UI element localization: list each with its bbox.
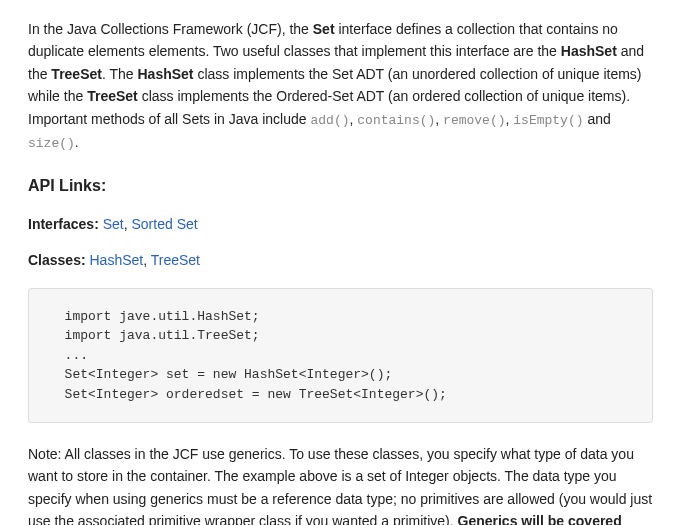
text-fragment: ,: [435, 111, 443, 127]
interfaces-label: Interfaces:: [28, 216, 99, 232]
code-example: import jave.util.HashSet; import java.ut…: [28, 288, 653, 424]
treeset-link[interactable]: TreeSet: [151, 252, 200, 268]
text-fragment: . The: [102, 66, 138, 82]
treeset-term: TreeSet: [51, 66, 102, 82]
method-contains: contains(): [357, 113, 435, 128]
api-links-heading: API Links:: [28, 173, 653, 199]
note-paragraph: Note: All classes in the JCF use generic…: [28, 443, 653, 525]
separator: ,: [143, 252, 151, 268]
set-term: Set: [313, 21, 335, 37]
classes-line: Classes: HashSet, TreeSet: [28, 249, 653, 271]
method-size: size(): [28, 136, 75, 151]
text-fragment: In the Java Collections Framework (JCF),…: [28, 21, 313, 37]
method-add: add(): [310, 113, 349, 128]
intro-paragraph: In the Java Collections Framework (JCF),…: [28, 18, 653, 155]
interfaces-line: Interfaces: Set, Sorted Set: [28, 213, 653, 235]
sorted-set-link[interactable]: Sorted Set: [132, 216, 198, 232]
text-fragment: .: [75, 134, 79, 150]
method-remove: remove(): [443, 113, 505, 128]
classes-label: Classes:: [28, 252, 86, 268]
separator: ,: [124, 216, 132, 232]
treeset-term: TreeSet: [87, 88, 138, 104]
set-link[interactable]: Set: [103, 216, 124, 232]
hashset-term: HashSet: [138, 66, 194, 82]
text-fragment: and: [584, 111, 611, 127]
method-isempty: isEmpty(): [513, 113, 583, 128]
hashset-term: HashSet: [561, 43, 617, 59]
hashset-link[interactable]: HashSet: [89, 252, 143, 268]
